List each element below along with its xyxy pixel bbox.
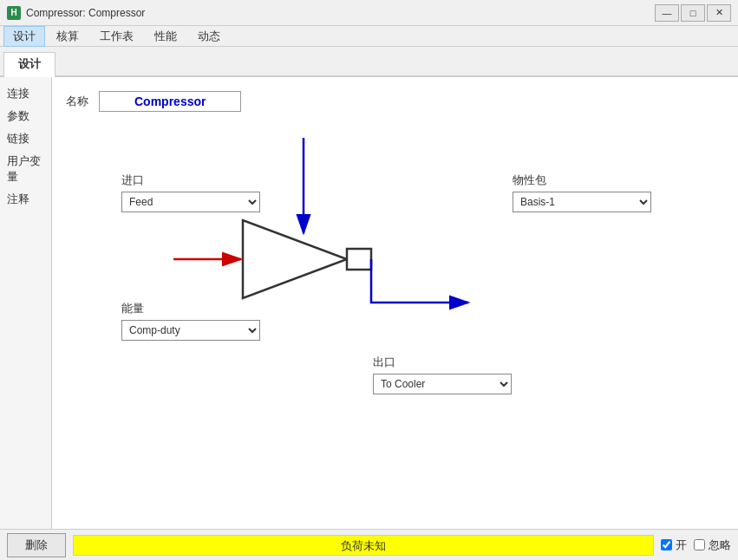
svg-rect-4 bbox=[347, 249, 371, 270]
delete-button[interactable]: 删除 bbox=[7, 533, 66, 557]
title-bar-left: Compressor: Compressor bbox=[7, 6, 145, 20]
open-checkbox-group: 开 bbox=[661, 537, 687, 553]
ignore-label: 忽略 bbox=[709, 537, 731, 553]
name-label: 名称 bbox=[66, 94, 88, 109]
window-title: Compressor: Compressor bbox=[26, 7, 145, 19]
minimize-button[interactable]: — bbox=[655, 4, 679, 22]
sidebar-item-links[interactable]: 链接 bbox=[3, 129, 48, 148]
compressor-name: Compressor bbox=[99, 91, 241, 112]
open-checkbox[interactable] bbox=[661, 539, 672, 550]
status-text: 负荷未知 bbox=[73, 535, 654, 556]
sidebar-item-notes[interactable]: 注释 bbox=[3, 190, 48, 209]
tab-design[interactable]: 设计 bbox=[3, 52, 56, 77]
open-label: 开 bbox=[676, 537, 687, 553]
footer: 删除 负荷未知 开 忽略 bbox=[0, 529, 738, 560]
app-icon bbox=[7, 6, 21, 20]
main-content: 名称 Compressor 进口 Feed 物性包 Basis-1 能量 bbox=[52, 77, 738, 529]
ignore-checkbox-group: 忽略 bbox=[694, 537, 731, 553]
menu-item-calculate[interactable]: 核算 bbox=[47, 26, 88, 47]
close-button[interactable]: ✕ bbox=[707, 4, 731, 22]
sidebar: 连接 参数 链接 用户变量 注释 bbox=[0, 77, 52, 529]
svg-marker-3 bbox=[243, 220, 347, 298]
menu-item-worksheet[interactable]: 工作表 bbox=[90, 26, 143, 47]
name-row: 名称 Compressor bbox=[66, 91, 724, 112]
maximize-button[interactable]: □ bbox=[681, 4, 705, 22]
menu-item-performance[interactable]: 性能 bbox=[145, 26, 186, 47]
menu-bar: 设计 核算 工作表 性能 动态 bbox=[0, 26, 738, 47]
title-bar: Compressor: Compressor — □ ✕ bbox=[0, 0, 738, 26]
outlet-dropdown[interactable]: To Cooler bbox=[373, 374, 512, 394]
title-controls[interactable]: — □ ✕ bbox=[655, 4, 731, 22]
sidebar-item-user-vars[interactable]: 用户变量 bbox=[3, 152, 48, 186]
sidebar-item-params[interactable]: 参数 bbox=[3, 107, 48, 126]
ignore-checkbox[interactable] bbox=[694, 539, 705, 550]
content-area: 连接 参数 链接 用户变量 注释 名称 Compressor 进口 Feed 物… bbox=[0, 77, 738, 529]
menu-item-design[interactable]: 设计 bbox=[3, 26, 45, 47]
compressor-diagram bbox=[104, 129, 538, 372]
menu-item-dynamics[interactable]: 动态 bbox=[188, 26, 230, 47]
main-container: 设计 连接 参数 链接 用户变量 注释 名称 Compressor 进口 Fee… bbox=[0, 47, 738, 560]
tab-bar: 设计 bbox=[0, 47, 738, 77]
sidebar-item-connection[interactable]: 连接 bbox=[3, 84, 48, 103]
